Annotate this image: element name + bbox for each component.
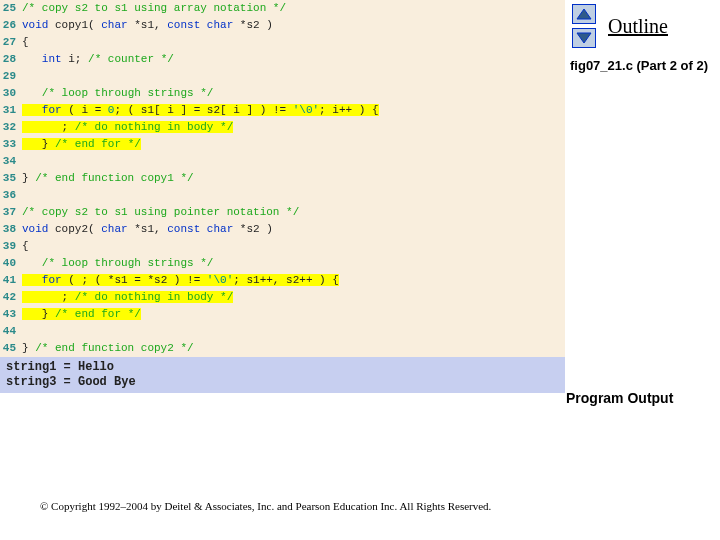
program-output-label: Program Output (566, 390, 673, 406)
file-label: fig07_21.c (Part 2 of 2) (570, 58, 720, 73)
code-line: 31 for ( i = 0; ( s1[ i ] = s2[ i ] ) !=… (0, 102, 565, 119)
line-number: 38 (0, 221, 22, 238)
line-number: 45 (0, 340, 22, 357)
code-text: /* loop through strings */ (22, 85, 565, 102)
code-listing: 25/* copy s2 to s1 using array notation … (0, 0, 565, 357)
line-number: 39 (0, 238, 22, 255)
code-line: 38void copy2( char *s1, const char *s2 ) (0, 221, 565, 238)
code-text: } /* end for */ (22, 136, 565, 153)
code-line: 44 (0, 323, 565, 340)
line-number: 32 (0, 119, 22, 136)
code-text: void copy1( char *s1, const char *s2 ) (22, 17, 565, 34)
line-number: 26 (0, 17, 22, 34)
nav-controls: Outline (570, 0, 720, 52)
line-number: 25 (0, 0, 22, 17)
line-number: 36 (0, 187, 22, 204)
code-line: 27{ (0, 34, 565, 51)
line-number: 27 (0, 34, 22, 51)
code-text: { (22, 238, 565, 255)
line-number: 29 (0, 68, 22, 85)
svg-marker-1 (577, 33, 591, 43)
line-number: 35 (0, 170, 22, 187)
code-line: 32 ; /* do nothing in body */ (0, 119, 565, 136)
code-text: for ( ; ( *s1 = *s2 ) != '\0'; s1++, s2+… (22, 272, 565, 289)
line-number: 30 (0, 85, 22, 102)
line-number: 43 (0, 306, 22, 323)
code-line: 43 } /* end for */ (0, 306, 565, 323)
line-number: 40 (0, 255, 22, 272)
code-text: ; /* do nothing in body */ (22, 119, 565, 136)
line-number: 28 (0, 51, 22, 68)
code-text: void copy2( char *s1, const char *s2 ) (22, 221, 565, 238)
code-text (22, 68, 565, 85)
code-text (22, 323, 565, 340)
code-line: 30 /* loop through strings */ (0, 85, 565, 102)
line-number: 42 (0, 289, 22, 306)
code-line: 28 int i; /* counter */ (0, 51, 565, 68)
code-line: 40 /* loop through strings */ (0, 255, 565, 272)
code-line: 26void copy1( char *s1, const char *s2 ) (0, 17, 565, 34)
code-line: 45} /* end function copy2 */ (0, 340, 565, 357)
copyright: © Copyright 1992–2004 by Deitel & Associ… (40, 500, 491, 512)
next-button[interactable] (572, 28, 596, 48)
code-text: for ( i = 0; ( s1[ i ] = s2[ i ] ) != '\… (22, 102, 565, 119)
svg-marker-0 (577, 9, 591, 19)
code-line: 33 } /* end for */ (0, 136, 565, 153)
prev-button[interactable] (572, 4, 596, 24)
code-text (22, 187, 565, 204)
code-line: 34 (0, 153, 565, 170)
code-text: /* loop through strings */ (22, 255, 565, 272)
line-number: 44 (0, 323, 22, 340)
code-text: } /* end function copy1 */ (22, 170, 565, 187)
code-line: 36 (0, 187, 565, 204)
code-line: 29 (0, 68, 565, 85)
code-line: 39{ (0, 238, 565, 255)
output-line: string1 = Hello (6, 360, 559, 375)
code-text: } /* end function copy2 */ (22, 340, 565, 357)
sidebar: Outline fig07_21.c (Part 2 of 2) (570, 0, 720, 73)
code-text: { (22, 34, 565, 51)
code-line: 42 ; /* do nothing in body */ (0, 289, 565, 306)
code-text: /* copy s2 to s1 using pointer notation … (22, 204, 565, 221)
code-text (22, 153, 565, 170)
outline-heading: Outline (608, 15, 668, 38)
code-line: 35} /* end function copy1 */ (0, 170, 565, 187)
line-number: 34 (0, 153, 22, 170)
line-number: 37 (0, 204, 22, 221)
code-text: int i; /* counter */ (22, 51, 565, 68)
code-text: } /* end for */ (22, 306, 565, 323)
code-line: 41 for ( ; ( *s1 = *s2 ) != '\0'; s1++, … (0, 272, 565, 289)
line-number: 31 (0, 102, 22, 119)
code-text: ; /* do nothing in body */ (22, 289, 565, 306)
code-text: /* copy s2 to s1 using array notation */ (22, 0, 565, 17)
code-line: 37/* copy s2 to s1 using pointer notatio… (0, 204, 565, 221)
output-line: string3 = Good Bye (6, 375, 559, 390)
line-number: 41 (0, 272, 22, 289)
code-line: 25/* copy s2 to s1 using array notation … (0, 0, 565, 17)
line-number: 33 (0, 136, 22, 153)
program-output-box: string1 = Hello string3 = Good Bye (0, 357, 565, 393)
